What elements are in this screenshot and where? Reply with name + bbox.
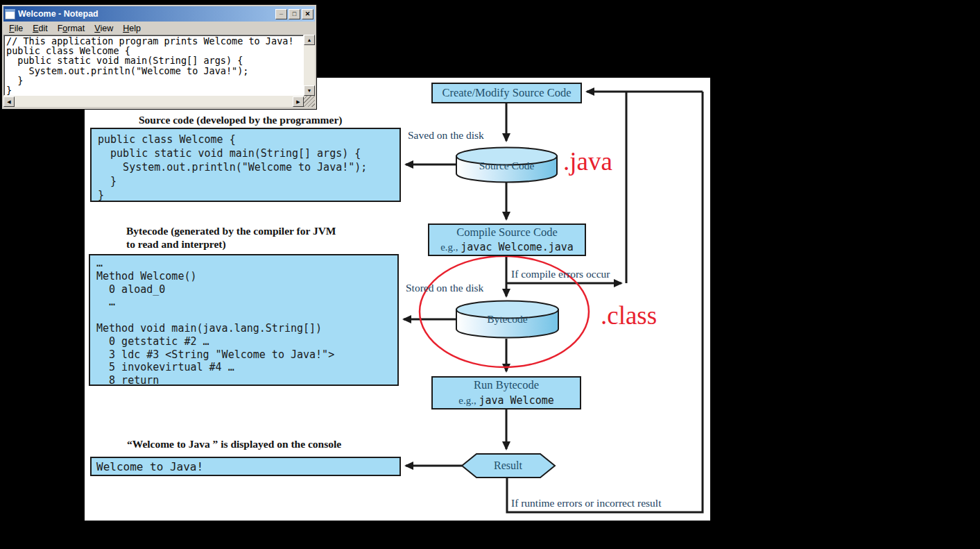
menu-item-help[interactable]: Help [118,23,146,34]
scroll-down-button[interactable]: ▼ [304,85,315,96]
compile-eg-prefix: e.g., [440,242,461,253]
if-runtime-errors-label: If runtime errors or incorrect result [511,497,661,509]
run-command: java Welcome [479,394,553,407]
java-extension-label: .java [563,149,612,175]
class-extension-label: .class [601,303,657,329]
scroll-left-button[interactable]: ◀ [3,96,15,107]
if-compile-errors-label: If compile errors occur [511,268,610,280]
run-eg-prefix: e.g., [458,395,479,406]
vertical-scrollbar[interactable]: ▲ ▼ [304,35,315,96]
compile-box-command-line: e.g., javac Welcome.java [429,239,585,255]
notepad-editor[interactable]: // This application program prints Welco… [3,35,304,96]
compile-box-title: Compile Source Code [429,225,585,239]
resize-grip[interactable] [304,96,315,107]
compile-command: javac Welcome.java [461,241,574,253]
create-modify-label: Create/Modify Source Code [433,86,581,100]
section-label-source: Source code (developed by the programmer… [139,114,342,126]
console-output: Welcome to Java! [96,458,399,475]
run-box-title: Run Bytecode [433,378,580,393]
notepad-title: Welcome - Notepad [18,9,274,19]
notepad-icon [5,9,15,19]
source-cylinder-label: Source Code [456,160,557,172]
result-label: Result [462,459,554,472]
minimize-icon: _ [280,9,283,15]
menu-item-file[interactable]: File [4,23,28,34]
notepad-window: Welcome - Notepad _ □ ✕ File Edit Format… [1,4,317,110]
console-label: “Welcome to Java ” is displayed on the c… [127,438,341,450]
source-code-box: public class Welcome { public static voi… [90,128,401,202]
section-label-bytecode-line2: to read and interpret) [126,238,226,251]
notepad-menubar: File Edit Format View Help [3,22,315,35]
saved-on-disk-label: Saved on the disk [408,129,484,142]
maximize-button[interactable]: □ [289,9,300,19]
section-label-bytecode-line1: Bytecode (generated by the compiler for … [126,225,336,237]
bytecode-box: … Method Welcome() 0 aload_0 … Method vo… [89,254,399,386]
scroll-up-button[interactable]: ▲ [304,35,315,45]
close-icon: ✕ [305,11,311,17]
stored-on-disk-label: Stored on the disk [406,282,483,294]
source-code-text: public class Welcome { public static voi… [98,133,399,202]
console-box: Welcome to Java! [90,457,401,476]
scroll-right-button[interactable]: ▶ [293,96,304,107]
close-button[interactable]: ✕ [302,9,313,19]
menu-item-view[interactable]: View [89,23,118,34]
maximize-icon: □ [293,11,296,17]
menu-item-format[interactable]: Format [53,23,90,34]
stage: Source code (developed by the programmer… [0,0,980,549]
notepad-code: // This application program prints Welco… [4,35,303,95]
notepad-body: // This application program prints Welco… [3,35,315,107]
scroll-right-icon: ▶ [296,99,300,105]
bytecode-text: … Method Welcome() 0 aload_0 … Method vo… [96,257,397,387]
run-box-command-line: e.g., java Welcome [433,393,580,408]
notepad-titlebar[interactable]: Welcome - Notepad _ □ ✕ [3,6,315,22]
bytecode-cylinder-label: Bytecode [456,313,558,326]
create-modify-box: Create/Modify Source Code [431,83,582,103]
horizontal-scrollbar[interactable]: ◀ ▶ [3,96,304,107]
scroll-up-icon: ▲ [307,37,312,42]
scroll-down-icon: ▼ [307,88,312,93]
menu-item-edit[interactable]: Edit [28,23,53,34]
run-bytecode-box: Run Bytecode e.g., java Welcome [431,376,581,409]
minimize-button[interactable]: _ [275,9,287,19]
scroll-left-icon: ◀ [7,99,10,105]
compile-box: Compile Source Code e.g., javac Welcome.… [428,223,586,256]
